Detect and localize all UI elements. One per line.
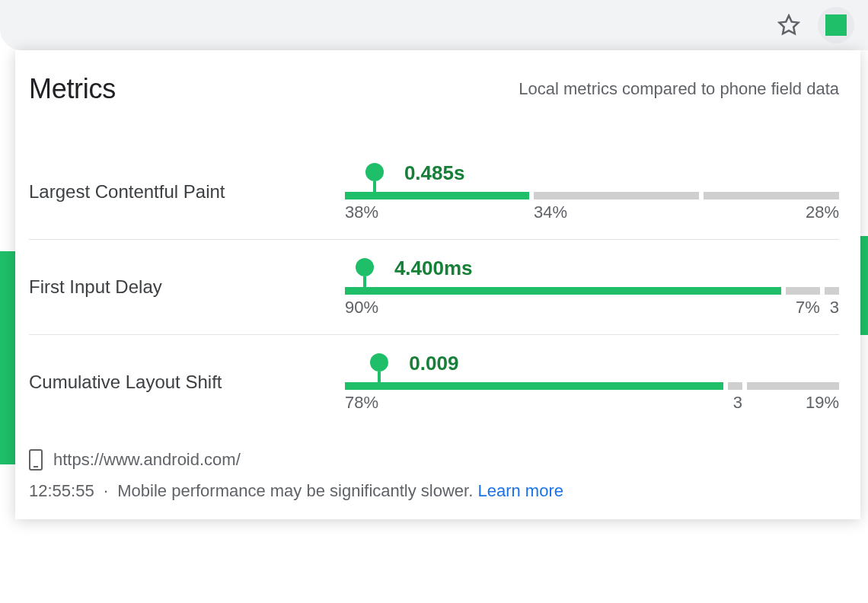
distribution-segment-bad (825, 287, 839, 295)
footer-warning: Mobile performance may be significantly … (117, 481, 473, 500)
distribution-segment-label: 90% (345, 298, 781, 317)
distribution-labels: 90%7%3 (345, 298, 839, 317)
footer-separator: · (104, 481, 108, 500)
metric-value: 4.400ms (394, 257, 473, 280)
distribution-bar (345, 192, 839, 199)
metric-name: First Input Delay (29, 276, 345, 298)
metric-value: 0.485s (404, 161, 465, 185)
footer-url: https://www.android.com/ (53, 450, 241, 470)
phone-icon (29, 449, 43, 471)
distribution-segment-good (345, 287, 781, 295)
distribution-labels: 38%34%28% (345, 203, 839, 222)
metric-chart: 0.00978%319% (345, 352, 839, 413)
background-accent-right (860, 236, 868, 335)
footer-url-line: https://www.android.com/ (29, 449, 839, 471)
distribution-labels: 78%319% (345, 393, 839, 413)
metric-name: Cumulative Layout Shift (29, 372, 345, 393)
learn-more-link[interactable]: Learn more (477, 481, 563, 500)
footer-timestamp: 12:55:55 (29, 481, 94, 500)
popup-subtitle: Local metrics compared to phone field da… (519, 79, 839, 99)
metric-name: Largest Contentful Paint (29, 181, 345, 203)
popup-footer: https://www.android.com/ 12:55:55 · Mobi… (29, 449, 839, 501)
extension-status-icon (825, 14, 847, 36)
metric-row: Largest Contentful Paint0.485s38%34%28% (29, 145, 839, 240)
distribution-segment-mid (786, 287, 820, 295)
distribution-segment-label: 3 (825, 298, 839, 317)
distribution-segment-label: 28% (704, 203, 839, 222)
distribution-segment-label: 7% (786, 298, 820, 317)
svg-marker-0 (780, 16, 799, 34)
metric-value: 0.009 (409, 352, 458, 375)
metric-marker-icon (370, 353, 388, 388)
bookmark-star-icon[interactable] (777, 13, 801, 37)
popup-title: Metrics (29, 73, 116, 105)
distribution-segment-label: 34% (534, 203, 699, 222)
metric-row: Cumulative Layout Shift0.00978%319% (29, 335, 839, 429)
distribution-segment-label: 3 (728, 393, 742, 413)
distribution-segment-bad (704, 192, 839, 199)
footer-status-line: 12:55:55 · Mobile performance may be sig… (29, 481, 839, 501)
metric-chart: 4.400ms90%7%3 (345, 257, 839, 317)
distribution-bar (345, 382, 839, 390)
background-accent-left (0, 251, 15, 464)
distribution-segment-mid (534, 192, 699, 199)
distribution-segment-mid (728, 382, 742, 390)
distribution-segment-good (345, 382, 723, 390)
distribution-segment-label: 78% (345, 393, 723, 413)
metric-marker-icon (365, 163, 384, 198)
web-vitals-popup: Metrics Local metrics compared to phone … (15, 50, 860, 519)
distribution-segment-bad (747, 382, 839, 390)
metric-marker-icon (356, 258, 374, 293)
distribution-segment-label: 38% (345, 203, 529, 222)
popup-header: Metrics Local metrics compared to phone … (29, 73, 839, 105)
metric-chart: 0.485s38%34%28% (345, 161, 839, 222)
metric-row: First Input Delay4.400ms90%7%3 (29, 240, 839, 335)
browser-toolbar (0, 0, 868, 50)
extension-badge[interactable] (818, 7, 854, 43)
distribution-segment-label: 19% (747, 393, 839, 413)
distribution-bar (345, 287, 839, 295)
